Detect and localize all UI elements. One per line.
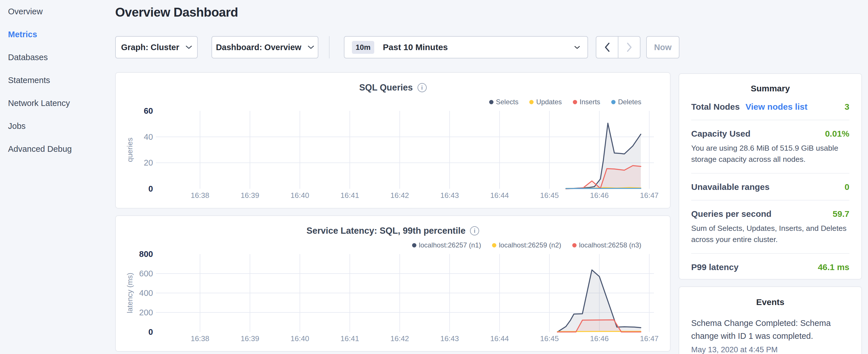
chevron-down-icon: [574, 45, 580, 49]
time-range-badge: 10m: [352, 41, 374, 54]
summary-row-value: 59.7: [833, 209, 849, 219]
svg-text:16:40: 16:40: [290, 191, 309, 200]
summary-row-value: 0.01%: [825, 129, 849, 139]
sidebar-item-jobs[interactable]: Jobs: [0, 115, 106, 137]
time-range-label: Past 10 Minutes: [383, 42, 448, 52]
summary-row-value: 0: [844, 182, 849, 192]
sql-queries-chart-card: SQL QueriesiSelectsUpdatesInsertsDeletes…: [115, 72, 671, 208]
sidebar-item-advanced-debug[interactable]: Advanced Debug: [0, 137, 106, 160]
summary-row-value: 3: [844, 102, 849, 112]
summary-row: Capacity Used0.01%You are using 28.6 MiB…: [691, 120, 849, 173]
svg-text:16:47: 16:47: [640, 191, 658, 200]
summary-panel-title: Summary: [691, 84, 849, 93]
summary-row-label: P99 latency: [691, 262, 739, 272]
summary-row-label: Queries per second: [691, 209, 771, 219]
time-range-dropdown[interactable]: 10m Past 10 Minutes: [344, 36, 588, 58]
graph-dropdown-label: Graph: Cluster: [121, 43, 179, 52]
time-step-control: [596, 36, 641, 58]
metrics-page: OverviewMetricsDatabasesStatementsNetwor…: [0, 0, 868, 354]
svg-text:40: 40: [144, 132, 153, 141]
event-text: Schema Change Completed: Schema change w…: [691, 317, 849, 343]
svg-text:400: 400: [139, 288, 153, 297]
sidebar-item-network-latency[interactable]: Network Latency: [0, 92, 106, 115]
event-item: Schema Change Completed: Schema change w…: [691, 317, 849, 354]
svg-text:16:38: 16:38: [191, 191, 209, 200]
svg-text:16:47: 16:47: [640, 334, 658, 343]
sidebar-item-statements[interactable]: Statements: [0, 69, 106, 92]
chevron-down-icon: [186, 45, 192, 49]
events-panel-title: Events: [691, 297, 849, 307]
summary-row-description: You are using 28.6 MiB of 515.9 GiB usab…: [691, 142, 849, 165]
svg-text:16:45: 16:45: [540, 334, 559, 343]
svg-text:16:39: 16:39: [241, 191, 259, 200]
sidebar-item-metrics[interactable]: Metrics: [0, 23, 106, 46]
summary-row-label: Total Nodes: [691, 102, 740, 112]
now-button[interactable]: Now: [646, 36, 679, 58]
svg-text:16:42: 16:42: [390, 191, 409, 200]
svg-text:200: 200: [139, 308, 153, 317]
time-back-button[interactable]: [596, 37, 618, 58]
chevron-right-icon: [626, 42, 632, 52]
summary-row-label: Unavailable ranges: [691, 182, 769, 192]
chart-plot-area[interactable]: 16:3816:3916:4016:4116:4216:4316:4416:45…: [116, 73, 671, 209]
page-title: Overview Dashboard: [115, 5, 238, 20]
svg-text:16:46: 16:46: [590, 191, 609, 200]
svg-text:16:43: 16:43: [440, 191, 459, 200]
svg-text:queries: queries: [125, 137, 134, 162]
chevron-left-icon: [604, 42, 610, 52]
chart-plot-area[interactable]: 16:3816:3916:4016:4116:4216:4316:4416:45…: [116, 216, 671, 352]
svg-text:20: 20: [144, 158, 153, 167]
svg-text:0: 0: [149, 327, 153, 336]
sidebar-item-overview[interactable]: Overview: [0, 0, 106, 23]
event-timestamp: May 13, 2020 at 4:45 PM: [691, 345, 849, 354]
svg-text:800: 800: [139, 250, 153, 259]
graph-dropdown[interactable]: Graph: Cluster: [115, 36, 198, 58]
svg-text:16:42: 16:42: [390, 334, 409, 343]
summary-row-description: Sum of Selects, Updates, Inserts, and De…: [691, 223, 849, 245]
summary-row: P99 latency46.1 ms: [691, 254, 849, 280]
summary-row: Unavailable ranges0: [691, 173, 849, 200]
svg-text:16:41: 16:41: [340, 191, 359, 200]
sidebar-nav: OverviewMetricsDatabasesStatementsNetwor…: [0, 0, 106, 354]
events-panel: Events Schema Change Completed: Schema c…: [679, 286, 862, 354]
chevron-down-icon: [308, 45, 314, 49]
svg-text:16:43: 16:43: [440, 334, 459, 343]
svg-text:16:45: 16:45: [540, 191, 559, 200]
view-nodes-link[interactable]: View nodes list: [745, 102, 807, 112]
summary-row: Queries per second59.7Sum of Selects, Up…: [691, 200, 849, 254]
toolbar: Graph: Cluster Dashboard: Overview 10m P…: [115, 36, 679, 58]
svg-text:16:39: 16:39: [241, 334, 259, 343]
summary-panel: Summary Total NodesView nodes list3Capac…: [679, 73, 862, 280]
svg-text:16:44: 16:44: [490, 334, 509, 343]
dashboard-dropdown-label: Dashboard: Overview: [216, 43, 301, 52]
svg-text:16:41: 16:41: [340, 334, 359, 343]
summary-row-label: Capacity Used: [691, 129, 750, 139]
svg-text:16:40: 16:40: [290, 334, 309, 343]
svg-text:16:44: 16:44: [490, 191, 509, 200]
service-latency-chart-card: Service Latency: SQL, 99th percentileilo…: [115, 215, 671, 352]
svg-text:600: 600: [139, 269, 153, 278]
summary-row-value: 46.1 ms: [818, 262, 849, 272]
summary-row: Total NodesView nodes list3: [691, 93, 849, 120]
svg-text:60: 60: [144, 106, 153, 116]
svg-text:16:38: 16:38: [191, 334, 209, 343]
sidebar-item-databases[interactable]: Databases: [0, 46, 106, 69]
time-forward-button[interactable]: [618, 37, 640, 58]
dashboard-dropdown[interactable]: Dashboard: Overview: [212, 36, 318, 58]
svg-text:latency (ms): latency (ms): [125, 273, 134, 313]
toolbar-divider: [329, 36, 330, 58]
svg-text:16:46: 16:46: [590, 334, 609, 343]
svg-text:0: 0: [149, 184, 153, 193]
